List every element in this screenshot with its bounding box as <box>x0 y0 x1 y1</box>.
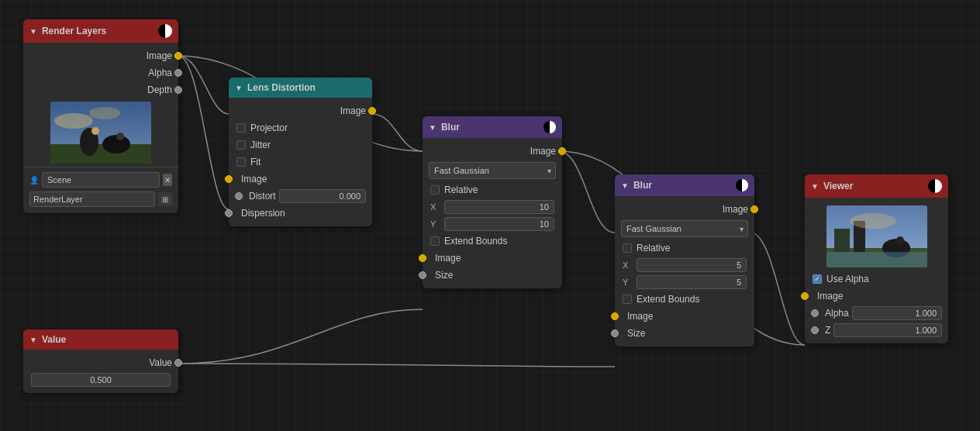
blur1-relative-row: Relative <box>423 181 562 198</box>
blur2-dropdown-wrapper: Fast Gaussian <box>621 220 748 237</box>
scene-close-btn[interactable]: ✕ <box>163 174 172 186</box>
lens-body: Image Projector Jitter Fit Image Distort… <box>229 98 372 226</box>
blur1-x-label: X <box>430 202 440 212</box>
viewer-z-label: Z <box>825 325 830 336</box>
viewer-alpha-row: Alpha 1.000 <box>805 305 948 322</box>
blur1-dropdown-wrapper: Fast Gaussian <box>429 162 556 179</box>
output-image-row: Image <box>23 47 178 64</box>
blur2-output-socket[interactable] <box>751 205 758 213</box>
blur2-icon <box>736 179 748 191</box>
blur1-image-input-socket[interactable] <box>419 254 426 262</box>
value-field[interactable]: 0.500 <box>31 373 171 387</box>
scene-input[interactable] <box>42 172 160 188</box>
blur1-x-value[interactable]: 10 <box>444 200 554 214</box>
lens-title: Lens Distortion <box>247 82 316 93</box>
scene-icons: 👤 <box>29 176 39 184</box>
viewer-image-input-row: Image <box>805 288 948 305</box>
blur2-relative-checkbox[interactable] <box>623 243 632 253</box>
node-value: ▼ Value Value 0.500 <box>23 329 178 393</box>
svg-point-3 <box>91 127 99 135</box>
header-arrow: ▼ <box>29 27 37 36</box>
blur2-extend-checkbox[interactable] <box>623 295 632 304</box>
blur1-relative-checkbox[interactable] <box>430 185 440 195</box>
value-header: ▼ Value <box>23 329 178 350</box>
blur2-x-value[interactable]: 5 <box>637 258 747 272</box>
blur1-output-row: Image <box>423 143 562 160</box>
blur1-extend-checkbox[interactable] <box>430 236 440 246</box>
projector-checkbox[interactable] <box>236 123 246 133</box>
blur2-size-input-label: Size <box>627 328 645 339</box>
blur2-relative-label: Relative <box>637 243 670 253</box>
blur2-image-input-socket[interactable] <box>611 312 619 320</box>
viewer-arrow: ▼ <box>811 182 819 191</box>
render-layer-icon: ⊞ <box>158 192 172 206</box>
lens-input-image-row: Image <box>229 171 372 188</box>
lens-output-image-label: Image <box>340 105 366 116</box>
lens-input-image-socket[interactable] <box>225 175 233 183</box>
fit-checkbox[interactable] <box>236 157 246 167</box>
blur1-output-socket[interactable] <box>558 147 566 155</box>
lens-arrow: ▼ <box>235 84 243 92</box>
blur2-output-row: Image <box>615 201 754 218</box>
blur1-header: ▼ Blur <box>423 116 562 138</box>
viewer-alpha-value[interactable]: 1.000 <box>852 306 942 320</box>
distort-socket[interactable] <box>235 192 243 200</box>
blur1-filter-select[interactable]: Fast Gaussian <box>429 162 556 179</box>
blur2-y-value[interactable]: 5 <box>637 275 747 289</box>
node-lens-distortion: ▼ Lens Distortion Image Projector Jitter… <box>229 78 372 226</box>
output-alpha-socket[interactable] <box>174 69 182 77</box>
blur2-size-input-socket[interactable] <box>611 329 619 337</box>
blur1-size-input-socket[interactable] <box>419 271 426 279</box>
svg-point-7 <box>89 107 120 119</box>
lens-header: ▼ Lens Distortion <box>229 78 372 98</box>
blur2-x-label: X <box>623 260 632 270</box>
value-output-socket[interactable] <box>174 359 182 367</box>
viewer-image-input-label: Image <box>817 291 843 302</box>
blur1-image-input-row: Image <box>423 250 562 267</box>
output-depth-socket[interactable] <box>174 86 182 94</box>
blur2-output-label: Image <box>723 204 748 215</box>
blur1-extend-row: Extend Bounds <box>423 233 562 250</box>
dispersion-socket[interactable] <box>225 209 233 217</box>
viewer-thumbnail <box>826 205 927 267</box>
jitter-checkbox[interactable] <box>236 140 246 150</box>
blur2-y-label: Y <box>623 278 632 287</box>
divider1 <box>23 167 178 167</box>
viewer-icon <box>928 179 942 193</box>
node-blur2: ▼ Blur Image Fast Gaussian Relative X 5 … <box>615 174 754 347</box>
viewer-body: ✓ Use Alpha Image Alpha 1.000 Z 1.000 <box>805 198 948 343</box>
viewer-alpha-socket[interactable] <box>811 309 819 317</box>
viewer-z-socket[interactable] <box>811 326 819 334</box>
blur2-y-row: Y 5 <box>615 274 754 291</box>
lens-output-image-row: Image <box>229 102 372 119</box>
svg-point-15 <box>850 213 896 229</box>
blur1-y-value[interactable]: 10 <box>444 217 554 231</box>
blur2-title: Blur <box>633 180 652 191</box>
blur2-arrow: ▼ <box>621 181 629 190</box>
lens-input-image-label: Image <box>241 174 267 184</box>
viewer-image-input-socket[interactable] <box>801 292 809 300</box>
blur2-extend-row: Extend Bounds <box>615 291 754 308</box>
render-layers-icon <box>158 24 172 38</box>
blur2-filter-select[interactable]: Fast Gaussian <box>621 220 748 237</box>
blur1-size-input-label: Size <box>435 270 453 281</box>
svg-point-5 <box>116 133 124 140</box>
viewer-use-alpha-checkbox[interactable]: ✓ <box>813 274 822 284</box>
render-layer-row: RenderLayer ⊞ <box>23 190 178 209</box>
lens-output-socket[interactable] <box>368 107 376 115</box>
value-body: Value 0.500 <box>23 350 178 393</box>
output-image-socket[interactable] <box>174 52 182 60</box>
value-arrow: ▼ <box>29 336 37 344</box>
node-viewer: ▼ Viewer <box>805 174 948 343</box>
blur1-size-input-row: Size <box>423 267 562 284</box>
viewer-z-value[interactable]: 1.000 <box>833 323 942 337</box>
projector-label: Projector <box>250 122 288 133</box>
jitter-label: Jitter <box>250 140 271 150</box>
blur2-size-input-row: Size <box>615 325 754 342</box>
distort-value[interactable]: 0.000 <box>279 189 366 203</box>
dispersion-label: Dispersion <box>241 208 285 219</box>
svg-point-4 <box>102 135 130 153</box>
render-layer-select[interactable]: RenderLayer <box>29 191 155 207</box>
viewer-alpha-label: Alpha <box>825 308 849 319</box>
blur2-extend-label: Extend Bounds <box>637 294 699 305</box>
